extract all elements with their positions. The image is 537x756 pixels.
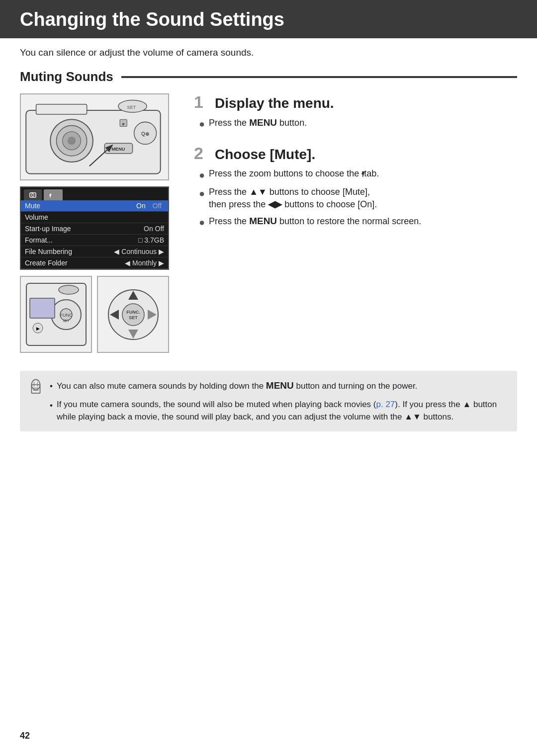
section-header: Muting Sounds bbox=[20, 69, 517, 84]
svg-rect-16 bbox=[30, 193, 36, 197]
note-text-2: If you mute camera sounds, the sound wil… bbox=[57, 398, 507, 423]
svg-rect-26 bbox=[30, 298, 55, 318]
step-2-bullet-2: ● Press the ▲▼ buttons to choose [Mute],… bbox=[199, 186, 517, 211]
menu-row-volume: Volume bbox=[21, 212, 168, 223]
svg-text:FUNC.: FUNC. bbox=[126, 310, 140, 315]
note-icon bbox=[27, 379, 45, 397]
svg-point-17 bbox=[32, 194, 34, 196]
note-item-2: • If you mute camera sounds, the sound w… bbox=[50, 398, 507, 423]
step-1-number: 1 bbox=[194, 93, 209, 110]
menu-tab-camera bbox=[24, 189, 42, 200]
menu-screenshot: 𝄿𝄿 Mute On Off Volume bbox=[20, 186, 169, 270]
svg-point-30 bbox=[122, 304, 144, 326]
camera-illustration: SET Q⊕ MENU ■ bbox=[20, 93, 169, 180]
svg-text:SET: SET bbox=[127, 105, 136, 110]
section-title: Muting Sounds bbox=[20, 69, 121, 84]
step-1-header: 1 Display the menu. bbox=[194, 93, 517, 111]
svg-rect-18 bbox=[31, 192, 33, 193]
note-box: • You can also mute camera sounds by hol… bbox=[20, 371, 517, 431]
step-1-bullets: ● Press the MENU button. bbox=[194, 116, 517, 131]
menu-row-create-folder: Create Folder ◀ Monthly ▶ bbox=[21, 257, 168, 269]
camera-control-left: FUNC SET ▶ bbox=[20, 276, 92, 353]
svg-text:FUNC: FUNC bbox=[60, 313, 72, 318]
section-divider bbox=[121, 76, 517, 78]
page-body: You can silence or adjust the volume of … bbox=[0, 47, 537, 451]
menu-rows: Mute On Off Volume Start-up Image On Off bbox=[21, 200, 168, 269]
step-2: 2 Choose [Mute]. ● Press the zoom button… bbox=[194, 145, 517, 229]
menu-row-file-numbering: File Numbering ◀ Continuous ▶ bbox=[21, 246, 168, 257]
svg-point-5 bbox=[68, 137, 76, 145]
left-column: SET Q⊕ MENU ■ bbox=[20, 93, 179, 359]
note-text-1: You can also mute camera sounds by holdi… bbox=[57, 379, 507, 393]
svg-text:Q⊕: Q⊕ bbox=[141, 131, 149, 137]
svg-text:■: ■ bbox=[122, 122, 125, 126]
step-1-bullet-1: ● Press the MENU button. bbox=[199, 116, 517, 131]
step-2-bullets: ● Press the zoom buttons to choose the 𝄿… bbox=[194, 168, 517, 229]
menu-row-mute: Mute On Off bbox=[21, 200, 168, 212]
svg-text:MENU: MENU bbox=[111, 147, 125, 152]
svg-text:SET: SET bbox=[63, 319, 70, 323]
step-2-header: 2 Choose [Mute]. bbox=[194, 145, 517, 163]
step-1: 1 Display the menu. ● Press the MENU but… bbox=[194, 93, 517, 131]
svg-text:▶: ▶ bbox=[36, 326, 39, 331]
step-2-title: Choose [Mute]. bbox=[215, 147, 315, 163]
two-column-layout: SET Q⊕ MENU ■ bbox=[20, 93, 517, 359]
svg-text:SET: SET bbox=[129, 315, 138, 320]
step-2-bullet-3: ● Press the MENU button to restore the n… bbox=[199, 215, 517, 229]
page-title: Changing the Sound Settings bbox=[20, 9, 517, 30]
menu-row-startup: Start-up Image On Off bbox=[21, 223, 168, 235]
step-2-bullet-1: ● Press the zoom buttons to choose the 𝄿… bbox=[199, 168, 517, 182]
menu-tab-settings: 𝄿𝄿 bbox=[44, 189, 63, 200]
menu-row-format: Format... □ 3.7GB bbox=[21, 235, 168, 246]
step-2-number: 2 bbox=[194, 145, 209, 162]
page-header: Changing the Sound Settings bbox=[0, 0, 537, 38]
camera-control-right: FUNC. SET bbox=[97, 276, 169, 353]
svg-rect-1 bbox=[36, 104, 87, 114]
note-item-1: • You can also mute camera sounds by hol… bbox=[50, 379, 507, 393]
right-column: 1 Display the menu. ● Press the MENU but… bbox=[194, 93, 517, 243]
svg-point-21 bbox=[59, 285, 79, 294]
page-number: 42 bbox=[20, 731, 30, 741]
camera-controls: FUNC SET ▶ FUNC. bbox=[20, 276, 169, 353]
svg-text:𝄿𝄿: 𝄿𝄿 bbox=[49, 193, 52, 198]
intro-text: You can silence or adjust the volume of … bbox=[20, 47, 517, 58]
menu-tab-bar: 𝄿𝄿 bbox=[21, 187, 168, 200]
step-1-title: Display the menu. bbox=[215, 95, 334, 111]
